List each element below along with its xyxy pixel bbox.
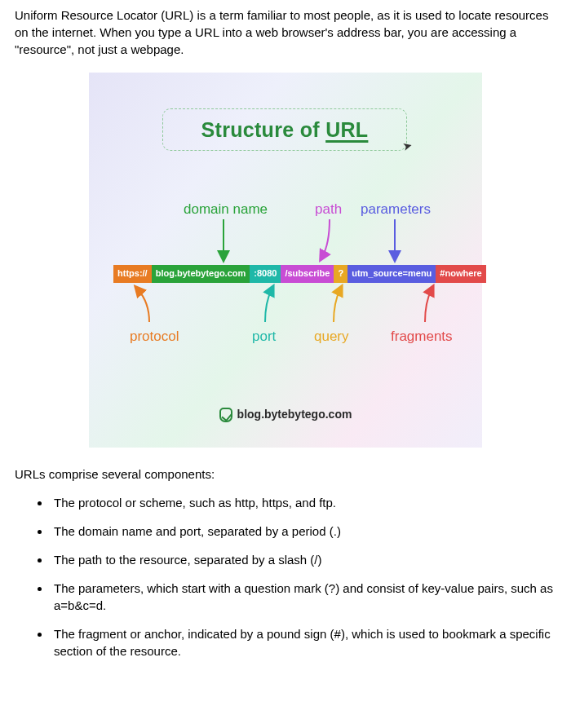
url-querymark: ?	[334, 265, 347, 283]
list-item: The parameters, which start with a quest…	[51, 580, 556, 614]
label-path: path	[315, 200, 342, 219]
logo-icon	[219, 408, 232, 422]
url-fragment: #nowhere	[436, 265, 485, 283]
url-structure-diagram: Structure of URL ➤ domain name path para…	[89, 73, 482, 448]
cursor-icon: ➤	[401, 138, 415, 156]
list-item: The fragment or anchor, indicated by a p…	[51, 625, 556, 660]
components-list: The protocol or scheme, such as http, ht…	[15, 494, 556, 660]
arrow-query-icon	[330, 286, 347, 325]
components-subhead: URLs comprise several components:	[15, 465, 556, 483]
arrow-fragments-icon	[422, 286, 438, 325]
arrow-parameters-icon	[391, 219, 399, 262]
label-fragments: fragments	[391, 327, 453, 346]
url-bar: https:// blog.bytebytego.com :8080 /subs…	[113, 265, 486, 283]
diagram-title: Structure of URL	[201, 116, 369, 144]
url-params: utm_source=menu	[347, 265, 436, 283]
arrow-path-icon	[325, 219, 334, 262]
list-item: The path to the resource, separated by a…	[51, 551, 556, 568]
url-protocol: https://	[113, 265, 152, 283]
url-domain: blog.bytebytego.com	[152, 265, 250, 283]
diagram-footer: blog.bytebytego.com	[89, 407, 482, 423]
label-parameters: parameters	[361, 200, 431, 219]
label-port: port	[252, 327, 276, 346]
diagram-title-underline: URL	[325, 118, 368, 141]
arrow-domain-icon	[219, 219, 228, 262]
list-item: The protocol or scheme, such as http, ht…	[51, 494, 556, 511]
list-item: The domain name and port, separated by a…	[51, 523, 556, 540]
label-query: query	[314, 327, 349, 346]
diagram-title-prefix: Structure of	[201, 118, 326, 141]
intro-paragraph: Uniform Resource Locator (URL) is a term…	[15, 7, 556, 58]
label-protocol: protocol	[130, 327, 179, 346]
arrow-protocol-icon	[131, 286, 156, 325]
footer-text: blog.bytebytego.com	[237, 407, 352, 423]
diagram-title-box: Structure of URL ➤	[162, 108, 407, 151]
arrow-port-icon	[263, 286, 280, 325]
label-domain: domain name	[184, 200, 268, 219]
url-path: /subscribe	[281, 265, 334, 283]
url-port: :8080	[250, 265, 281, 283]
